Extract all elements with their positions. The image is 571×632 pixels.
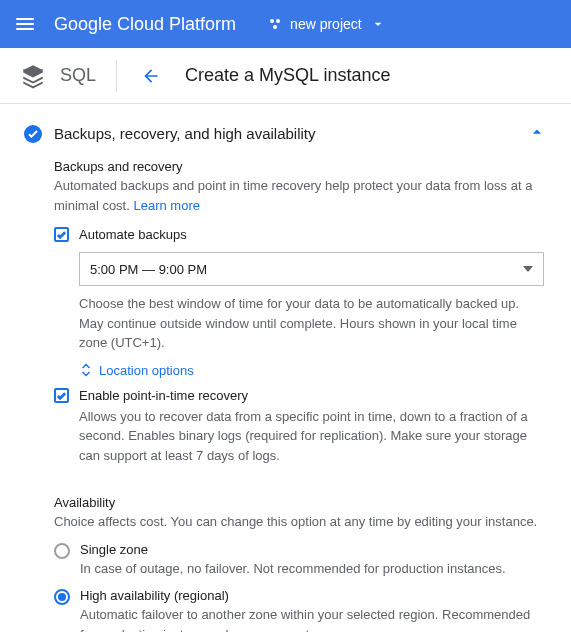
single-zone-row: Single zone In case of outage, no failov…	[54, 542, 547, 579]
section-content: Backups and recovery Automated backups a…	[24, 159, 547, 632]
pitr-checkbox[interactable]	[54, 388, 69, 403]
check-icon	[56, 229, 67, 240]
single-zone-radio[interactable]	[54, 543, 70, 559]
check-icon	[56, 390, 67, 401]
chevron-expand-icon	[79, 363, 93, 377]
sub-header: SQL Create a MySQL instance	[0, 48, 571, 104]
project-name: new project	[290, 16, 362, 32]
high-availability-radio[interactable]	[54, 589, 70, 605]
availability-heading: Availability	[54, 495, 547, 510]
page-title: Create a MySQL instance	[185, 65, 390, 86]
menu-icon[interactable]	[16, 18, 34, 30]
automate-backups-row: Automate backups	[54, 227, 547, 242]
high-availability-label: High availability (regional)	[80, 588, 547, 603]
pitr-helper: Allows you to recover data from a specif…	[54, 407, 547, 466]
learn-more-link[interactable]: Learn more	[133, 198, 199, 213]
single-zone-helper: In case of outage, no failover. Not reco…	[80, 559, 547, 579]
location-options-toggle[interactable]: Location options	[79, 363, 547, 378]
caret-down-icon	[370, 16, 386, 32]
svg-point-1	[276, 19, 280, 23]
section-header[interactable]: Backups, recovery, and high availability	[24, 122, 547, 145]
backup-window-block: 5:00 PM — 9:00 PM Choose the best window…	[54, 252, 547, 378]
top-bar: Google Cloud Platform new project	[0, 0, 571, 48]
main-panel: Backups, recovery, and high availability…	[0, 104, 571, 632]
caret-down-icon	[523, 266, 533, 272]
availability-helper: Choice affects cost. You can change this…	[54, 512, 547, 532]
project-picker[interactable]: new project	[268, 16, 386, 32]
check-circle-icon	[24, 125, 42, 143]
backups-heading: Backups and recovery	[54, 159, 547, 174]
backup-window-value: 5:00 PM — 9:00 PM	[90, 262, 523, 277]
pitr-label: Enable point-in-time recovery	[79, 388, 248, 403]
automate-backups-checkbox[interactable]	[54, 227, 69, 242]
single-zone-label: Single zone	[80, 542, 547, 557]
project-dots-icon	[268, 17, 282, 31]
automate-backups-label: Automate backups	[79, 227, 187, 242]
svg-point-2	[273, 25, 277, 29]
backup-window-select[interactable]: 5:00 PM — 9:00 PM	[79, 252, 544, 286]
backups-helper: Automated backups and point in time reco…	[54, 176, 547, 215]
arrow-left-icon	[141, 66, 161, 86]
product-label: SQL	[60, 65, 96, 86]
svg-point-0	[270, 19, 274, 23]
sql-icon	[20, 63, 46, 89]
collapse-button[interactable]	[527, 122, 547, 145]
divider	[116, 60, 117, 92]
back-button[interactable]	[141, 66, 161, 86]
section-title: Backups, recovery, and high availability	[54, 125, 527, 142]
high-availability-row: High availability (regional) Automatic f…	[54, 588, 547, 632]
backup-window-helper: Choose the best window of time for your …	[79, 294, 547, 353]
chevron-up-icon	[527, 122, 547, 142]
high-availability-helper: Automatic failover to another zone withi…	[80, 605, 547, 632]
availability-block: Availability Choice affects cost. You ca…	[54, 495, 547, 632]
brand-label: Google Cloud Platform	[54, 14, 236, 35]
pitr-block: Enable point-in-time recovery Allows you…	[54, 388, 547, 466]
